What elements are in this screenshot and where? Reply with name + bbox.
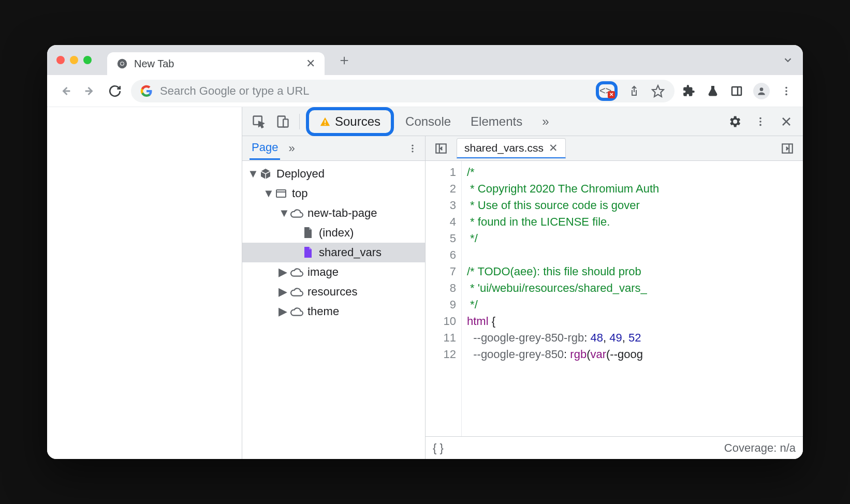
svg-point-2	[121, 62, 124, 65]
cloud-icon	[290, 285, 303, 299]
svg-point-10	[785, 86, 787, 88]
devtools-close-icon[interactable]	[776, 111, 797, 132]
device-toolbar-icon[interactable]	[272, 111, 293, 132]
devtools-panel: Sources Console Elements »	[242, 107, 803, 459]
svg-point-12	[785, 93, 787, 95]
svg-point-23	[412, 144, 413, 146]
new-tab-button[interactable]: ＋	[331, 50, 358, 70]
window-controls	[56, 56, 92, 64]
svg-rect-16	[325, 120, 326, 123]
editor-status-bar: { } Coverage: n/a	[426, 436, 803, 459]
svg-rect-17	[325, 124, 326, 125]
file-tree: ▼ Deployed ▼ top ▼ new-tab-page	[242, 161, 425, 459]
code-content: /* * Copyright 2020 The Chromium Auth * …	[462, 161, 803, 436]
css-file-icon	[301, 246, 315, 259]
reload-button[interactable]	[106, 82, 124, 100]
devtools-menu-icon[interactable]	[750, 111, 771, 132]
sources-highlight: Sources	[306, 107, 394, 136]
navigator-tab-page[interactable]: Page	[250, 137, 280, 160]
show-debugger-icon[interactable]	[777, 138, 798, 159]
minimize-window-button[interactable]	[70, 56, 78, 64]
tree-node-theme[interactable]: ▶ theme	[242, 302, 425, 321]
close-file-icon[interactable]: ✕	[549, 142, 558, 154]
tree-node-shared-vars[interactable]: shared_vars	[242, 243, 425, 262]
tab-title: New Tab	[134, 58, 174, 70]
svg-point-18	[759, 117, 761, 119]
box-icon	[259, 167, 272, 181]
devtools-error-icon[interactable]: <> ✕	[599, 85, 614, 97]
svg-rect-7	[732, 87, 741, 95]
pretty-print-icon[interactable]: { }	[433, 441, 444, 455]
cloud-icon	[290, 206, 303, 220]
labs-icon[interactable]	[706, 84, 720, 98]
tree-node-deployed[interactable]: ▼ Deployed	[242, 164, 425, 184]
back-button[interactable]	[56, 82, 74, 100]
devtools-body: Page » ▼ Deployed ▼	[242, 136, 803, 459]
omnibox-placeholder: Search Google or type a URL	[160, 84, 310, 98]
maximize-window-button[interactable]	[83, 56, 92, 64]
close-window-button[interactable]	[56, 56, 65, 64]
extensions-icon[interactable]	[682, 84, 696, 98]
inspect-element-icon[interactable]	[248, 111, 269, 132]
svg-marker-6	[652, 85, 664, 97]
google-icon	[140, 85, 153, 97]
tabs-overflow[interactable]: »	[534, 111, 557, 132]
close-tab-icon[interactable]: ✕	[306, 57, 315, 70]
devtools-toolbar: Sources Console Elements »	[242, 107, 803, 136]
toolbar-actions	[682, 83, 794, 99]
tree-node-top[interactable]: ▼ top	[242, 184, 425, 203]
address-bar[interactable]: Search Google or type a URL <> ✕	[131, 80, 675, 102]
svg-point-25	[412, 151, 413, 152]
svg-rect-26	[276, 190, 286, 197]
browser-window: New Tab ✕ ＋ Search Google or type a URL	[47, 45, 803, 459]
tree-node-image[interactable]: ▶ image	[242, 262, 425, 282]
file-icon	[301, 226, 315, 240]
chrome-menu-icon[interactable]	[779, 84, 794, 98]
svg-point-20	[759, 124, 761, 126]
tree-node-new-tab-page[interactable]: ▼ new-tab-page	[242, 203, 425, 223]
editor-pane: shared_vars.css ✕ 123456789101112 /* * C…	[426, 136, 803, 459]
tree-node-index[interactable]: (index)	[242, 223, 425, 243]
tab-console[interactable]: Console	[397, 111, 459, 132]
profile-avatar[interactable]	[753, 83, 770, 99]
navigator-menu-icon[interactable]	[407, 143, 418, 154]
cloud-icon	[290, 265, 303, 279]
code-editor[interactable]: 123456789101112 /* * Copyright 2020 The …	[426, 161, 803, 436]
browser-tab[interactable]: New Tab ✕	[107, 52, 325, 75]
coverage-status: Coverage: n/a	[724, 441, 796, 455]
svg-rect-15	[283, 119, 288, 127]
side-panel-icon[interactable]	[729, 84, 744, 98]
svg-point-24	[412, 147, 413, 149]
tab-strip: New Tab ✕ ＋	[47, 45, 803, 75]
svg-point-11	[785, 90, 787, 92]
tab-sources[interactable]: Sources	[311, 111, 389, 132]
frame-icon	[274, 187, 288, 200]
navigator-header: Page »	[242, 136, 425, 161]
cloud-icon	[290, 305, 303, 318]
share-icon[interactable]	[627, 84, 641, 98]
devtools-settings-icon[interactable]	[724, 111, 745, 132]
svg-point-19	[759, 121, 761, 123]
navigator-pane: Page » ▼ Deployed ▼	[242, 136, 426, 459]
browser-toolbar: Search Google or type a URL <> ✕	[47, 75, 803, 107]
chrome-icon	[116, 58, 128, 69]
svg-point-9	[760, 87, 764, 91]
navigator-tabs-overflow[interactable]: »	[288, 142, 295, 155]
page-viewport	[47, 107, 242, 459]
tree-node-resources[interactable]: ▶ resources	[242, 282, 425, 302]
tabs-dropdown-button[interactable]	[782, 54, 794, 66]
forward-button[interactable]	[81, 82, 99, 100]
bookmark-star-icon[interactable]	[651, 84, 665, 98]
line-gutter: 123456789101112	[426, 161, 462, 436]
show-navigator-icon[interactable]	[431, 138, 451, 159]
devtools-highlight: <> ✕	[596, 81, 618, 101]
content-area: Sources Console Elements »	[47, 107, 803, 459]
tab-elements[interactable]: Elements	[462, 111, 531, 132]
editor-header: shared_vars.css ✕	[426, 136, 803, 161]
editor-file-tab[interactable]: shared_vars.css ✕	[457, 138, 566, 158]
